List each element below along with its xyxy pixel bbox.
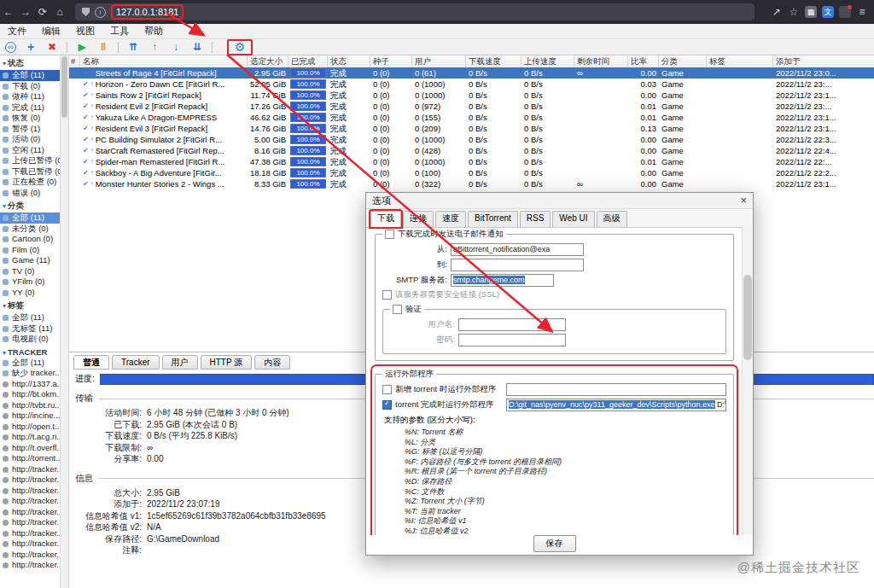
torrent-row[interactable]: ✔↑PC Building Simulator 2 [FitGirl R...5… [68,134,874,145]
sidebar-filter-item[interactable]: 全部 (11) [0,70,60,81]
sidebar-filter-item[interactable]: 错误 (0) [0,188,60,199]
menu-icon[interactable]: ≡ [854,0,871,24]
torrent-row[interactable]: ✔↑Resident Evil 2 [FitGirl Repack]17.26 … [68,101,874,112]
sidebar-filter-item[interactable]: 未分类 (0) [0,224,60,235]
email-from-input[interactable]: qBittorrent_notification@exa [451,243,584,256]
torrent-row[interactable]: ✔↑Streets of Rage 4 [FitGirl Repack]2.95… [68,67,874,79]
sidebar-filter-item[interactable]: http://tvbt.ru... [0,400,60,411]
sidebar-filter-item[interactable]: Game (11) [0,255,60,266]
email-to-input[interactable] [451,259,584,271]
add-file-button[interactable]: + [24,41,38,54]
sidebar-filter-item[interactable]: http://tracker... [0,474,60,486]
smtp-server-input[interactable]: smtp.changeme.com [451,274,554,287]
sidebar-filter-item[interactable]: 恢复 (0) [0,113,60,124]
torrent-row[interactable]: ✔↑Yakuza Like A Dragon-EMPRESS46.62 GiB1… [68,112,874,123]
menu-item-0[interactable]: 文件 [0,24,34,38]
dialog-scrollbar-thumb[interactable] [743,275,752,360]
save-button[interactable]: 保存 [533,535,576,552]
sidebar-filter-item[interactable]: http://t.overfl... [0,443,60,454]
column-header-12[interactable]: 标签 [707,55,773,67]
sidebar-filter-item[interactable]: http://open.t... [0,422,60,433]
smtp-username-input[interactable] [458,318,566,331]
sidebar-filter-item[interactable]: http://tracker... [0,560,60,571]
sidebar-filter-item[interactable]: http://torrent... [0,453,60,464]
settings-button[interactable]: ⚙ [233,41,247,54]
move-up-button[interactable]: ↑ [148,41,161,54]
translate-extension-icon[interactable]: 文 [822,6,834,18]
email-notify-checkbox[interactable] [385,230,394,239]
sidebar-filter-item[interactable]: 空闲 (11) [0,145,60,156]
run-on-added-checkbox[interactable] [382,385,392,394]
menu-item-3[interactable]: 工具 [102,24,137,38]
sidebar-filter-item[interactable]: 下载已暂停 (0) [0,166,60,178]
sidebar-filter-item[interactable]: 完成 (11) [0,102,60,114]
sidebar-scrollbar[interactable] [60,55,69,588]
torrent-row[interactable]: ✔↑Sackboy - A Big Adventure [FitGir...18… [68,167,874,178]
smtp-auth-checkbox[interactable] [393,305,402,314]
column-header-7[interactable]: 下载速度 [466,55,521,67]
sidebar-filter-item[interactable]: YFilm (0) [0,277,60,288]
pause-button[interactable]: ‖ [96,41,110,54]
sidebar-filter-item[interactable]: TV (0) [0,266,60,277]
torrent-row[interactable]: ✔↑Saints Row 2 [FitGirl Repack]11.74 GiB… [68,90,874,101]
column-header-6[interactable]: 用户 [412,55,466,67]
column-header-8[interactable]: 上传速度 [521,55,574,67]
sidebar-filter-item[interactable]: YY (0) [0,288,60,299]
details-tab-Tracker[interactable]: Tracker [112,355,160,370]
dialog-scrollbar[interactable] [742,225,753,535]
sidebar-filter-item[interactable]: 下载 (0) [0,81,60,92]
delete-button[interactable]: ✖ [45,41,59,54]
sidebar-filter-item[interactable]: http://bt.okm... [0,389,60,400]
bookmark-icon[interactable]: ☆ [785,0,802,24]
sidebar-filter-item[interactable]: 活动 (0) [0,134,60,145]
column-header-3[interactable]: 已完成 [288,55,328,67]
column-header-13[interactable]: 添加于 [773,55,874,67]
sidebar-filter-item[interactable]: 上传已暂停 (0) [0,155,60,166]
sidebar-filter-item[interactable]: http://tracker... [0,528,60,539]
reload-icon[interactable]: ⟳ [34,0,51,24]
resume-button[interactable]: ▶ [75,41,89,54]
move-down-button[interactable]: ↓ [169,41,183,54]
address-bar[interactable]: i 127.0.0.1:8181 [75,3,755,20]
column-header-9[interactable]: 剩余时间 [574,55,628,67]
forward-icon[interactable]: → [17,0,34,24]
sidebar-filter-item[interactable]: 正在检查 (0) [0,177,60,188]
close-icon[interactable]: × [740,193,747,208]
smtp-password-input[interactable] [458,334,566,346]
sidebar-filter-item[interactable]: 全部 (11) [0,358,60,369]
torrent-row[interactable]: ✔↑Horizon - Zero Dawn CE [FitGirl R...52… [68,79,874,90]
sidebar-filter-item[interactable]: 缺少 tracker... [0,368,60,379]
back-icon[interactable]: ← [0,0,17,24]
move-top-button[interactable]: ⇈ [126,41,140,54]
details-tab-内容[interactable]: 内容 [254,355,290,370]
menu-item-1[interactable]: 编辑 [34,24,68,38]
share-icon[interactable]: ↗ [768,0,785,24]
sidebar-filter-item[interactable]: 做种 (11) [0,91,60,102]
smtp-ssl-checkbox[interactable] [382,290,392,300]
add-link-button[interactable]: ∞ [5,42,16,53]
extensions-icon[interactable]: ▦ [805,6,817,18]
sidebar-filter-item[interactable]: 无标签 (11) [0,323,60,335]
column-header-4[interactable]: 状态 [328,55,370,67]
menu-item-4[interactable]: 帮助 [137,24,171,38]
sidebar-filter-item[interactable]: 电视剧 (0) [0,334,60,345]
column-header-2[interactable]: 选定大小 [248,55,288,67]
sidebar-filter-item[interactable]: 全部 (11) [0,312,60,323]
sidebar-filter-item[interactable]: http://tracker... [0,507,60,518]
sidebar-filter-item[interactable]: http://tracker... [0,464,60,475]
torrent-row[interactable]: ✔↑StarCraft Remastered [FitGirl Rep...8.… [68,145,874,156]
sidebar-filter-item[interactable]: http://incine... [0,410,60,422]
sidebar-filter-item[interactable]: http://tracker... [0,517,60,528]
sidebar-filter-item[interactable]: http://tracker... [0,539,60,550]
details-tab-用户[interactable]: 用户 [162,355,198,370]
dialog-titlebar[interactable]: 选项 × [366,193,753,209]
details-tab-HTTP 源[interactable]: HTTP 源 [201,355,253,370]
column-header-5[interactable]: 种子 [370,55,412,67]
shield-icon[interactable] [82,8,90,16]
sidebar-filter-item[interactable]: Cartoon (0) [0,234,60,245]
sidebar-filter-item[interactable]: http://1337.a... [0,379,60,390]
column-header-0[interactable]: # [68,55,80,67]
run-on-finished-checkbox[interactable] [382,400,392,410]
url-text[interactable]: 127.0.0.1:8181 [111,4,184,20]
sidebar-filter-item[interactable]: http://tracker... [0,496,60,507]
